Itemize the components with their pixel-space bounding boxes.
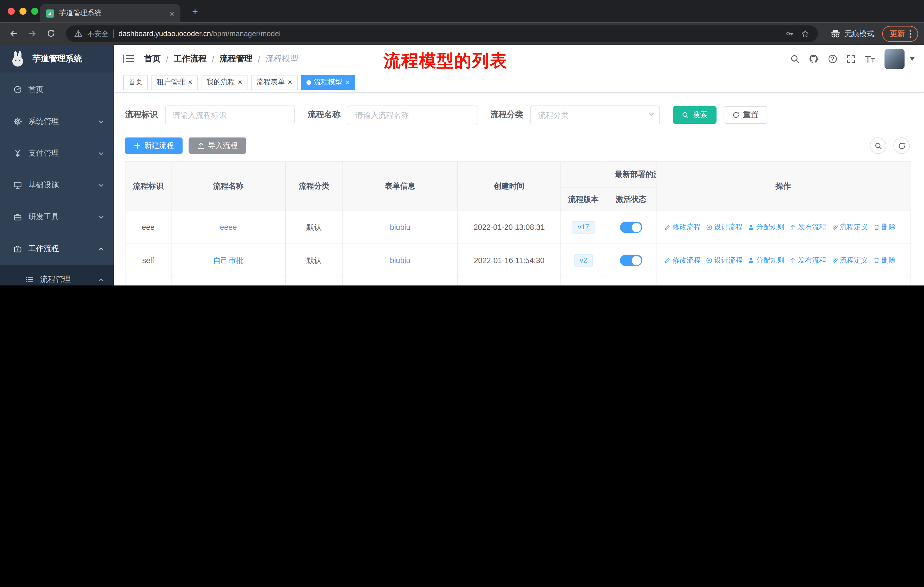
- nav-tag-label: 我的流程: [206, 78, 235, 88]
- page-url: dashboard.yudao.iocoder.cn/bpm/manager/m…: [119, 30, 281, 38]
- address-bar[interactable]: 不安全 dashboard.yudao.iocoder.cn/bpm/manag…: [66, 25, 818, 42]
- process-id-label: 流程标识: [125, 110, 158, 121]
- action-publish-link[interactable]: 发布流程: [790, 222, 826, 232]
- action-definition-link[interactable]: 流程定义: [832, 255, 868, 265]
- create-process-button[interactable]: 新建流程: [125, 137, 183, 154]
- active-toggle[interactable]: [620, 222, 642, 233]
- github-icon[interactable]: [808, 54, 819, 64]
- chevron-down-icon: [98, 118, 104, 125]
- search-icon[interactable]: [790, 54, 800, 63]
- assign-icon: [748, 224, 754, 231]
- col-header-category: 流程分类: [285, 161, 343, 211]
- close-icon[interactable]: ×: [238, 79, 242, 86]
- help-icon[interactable]: [828, 54, 837, 63]
- cell-process-name: 自己审批: [171, 244, 285, 277]
- header-actions: [790, 49, 914, 69]
- window-minimize-button[interactable]: [20, 8, 26, 15]
- form-info-link[interactable]: biubiu: [390, 223, 410, 232]
- breadcrumb-item: 流程模型: [266, 53, 299, 64]
- back-icon[interactable]: [6, 26, 21, 41]
- search-icon: [682, 111, 689, 119]
- process-name-link[interactable]: eeee: [220, 223, 237, 232]
- form-info-link[interactable]: biubiu: [390, 256, 410, 265]
- chevron-up-icon: [98, 276, 104, 283]
- tab-title: 芋道管理系统: [59, 8, 165, 18]
- forward-icon[interactable]: [25, 26, 40, 41]
- category-select[interactable]: [530, 106, 660, 124]
- refresh-icon: [733, 111, 739, 119]
- cell-category: 默认: [285, 244, 343, 277]
- close-icon[interactable]: ×: [188, 79, 193, 86]
- tab-close-icon[interactable]: ×: [170, 8, 175, 18]
- key-icon[interactable]: [785, 30, 794, 38]
- window-zoom-button[interactable]: [31, 8, 38, 15]
- app-logo[interactable]: 芋道管理系统: [0, 45, 114, 73]
- process-name-input[interactable]: [348, 106, 477, 124]
- nav-tag[interactable]: 流程模型×: [301, 74, 355, 90]
- action-assign-link[interactable]: 分配规则: [748, 222, 784, 232]
- sidebar-item-label: 工作流程: [28, 244, 59, 254]
- sidebar-item[interactable]: 系统管理: [0, 106, 114, 137]
- fullscreen-icon[interactable]: [846, 54, 856, 63]
- breadcrumb-item[interactable]: 工作流程: [173, 53, 206, 64]
- close-icon[interactable]: ×: [287, 79, 292, 86]
- col-header-form: 表单信息: [343, 161, 457, 211]
- sidebar-item[interactable]: 流程管理: [0, 265, 114, 286]
- cell-created-time: 2022-01-16 01:30:54: [458, 277, 561, 286]
- process-name-link[interactable]: 自己审批: [213, 256, 244, 265]
- window-close-button[interactable]: [8, 8, 15, 15]
- star-icon[interactable]: [801, 29, 809, 38]
- action-edit-link[interactable]: 修改流程: [664, 255, 701, 265]
- nav-tag-label: 首页: [129, 78, 143, 88]
- cell-form-info: biubiu: [343, 244, 457, 277]
- refresh-table-button[interactable]: [893, 137, 910, 154]
- delete-icon: [873, 224, 880, 231]
- import-process-button[interactable]: 导入流程: [188, 137, 246, 154]
- sidebar-item[interactable]: 基础设施: [0, 169, 114, 201]
- reload-icon[interactable]: [43, 26, 59, 41]
- nav-tag[interactable]: 我的流程×: [201, 74, 248, 90]
- action-publish-link[interactable]: 发布流程: [790, 255, 826, 265]
- cell-created-time: 2022-01-20 13:08:31: [458, 211, 561, 244]
- sidebar-item[interactable]: 首页: [0, 74, 114, 106]
- dashboard-icon: [13, 85, 22, 94]
- yen-icon: [13, 149, 22, 158]
- cell-status: [606, 211, 656, 244]
- sidebar-item-label: 首页: [28, 84, 43, 95]
- nav-tag[interactable]: 首页: [123, 74, 148, 90]
- breadcrumb-item[interactable]: 首页: [144, 53, 161, 64]
- font-size-icon[interactable]: [865, 54, 876, 63]
- nav-tag[interactable]: 流程表单×: [251, 74, 298, 90]
- reset-button[interactable]: 重置: [723, 106, 767, 124]
- menu-dots-icon[interactable]: [909, 29, 912, 38]
- action-assign-link[interactable]: 分配规则: [748, 255, 784, 265]
- browser-tab[interactable]: 芋道管理系统 ×: [40, 4, 180, 22]
- new-tab-button[interactable]: +: [188, 5, 201, 18]
- process-id-input[interactable]: [165, 106, 295, 124]
- close-icon[interactable]: ×: [345, 79, 350, 86]
- category-select-input[interactable]: [530, 106, 660, 124]
- update-button[interactable]: 更新: [882, 25, 918, 41]
- collapse-sidebar-icon[interactable]: [123, 54, 134, 63]
- sidebar-item[interactable]: 支付管理: [0, 137, 114, 169]
- search-button[interactable]: 搜索: [673, 106, 717, 124]
- refresh-icon: [898, 142, 905, 150]
- version-badge: v17: [572, 221, 595, 233]
- cell-category: 默认: [285, 211, 343, 244]
- nav-tag[interactable]: 租户管理×: [152, 74, 198, 90]
- action-design-link[interactable]: 设计流程: [706, 255, 743, 265]
- action-delete-link[interactable]: 删除: [873, 255, 896, 265]
- show-search-button[interactable]: [870, 137, 886, 154]
- breadcrumb-item[interactable]: 流程管理: [219, 53, 252, 64]
- sidebar-item[interactable]: 研发工具: [0, 201, 114, 233]
- sidebar-item[interactable]: 工作流程: [0, 233, 114, 265]
- action-edit-link[interactable]: 修改流程: [664, 222, 701, 232]
- active-toggle[interactable]: [620, 255, 642, 266]
- cell-process-name: eeee: [171, 211, 285, 244]
- user-avatar[interactable]: [884, 49, 904, 69]
- annotation-text: 流程模型的列表: [383, 50, 507, 73]
- action-delete-link[interactable]: 删除: [873, 222, 896, 232]
- action-definition-link[interactable]: 流程定义: [832, 222, 868, 232]
- upload-icon: [197, 142, 205, 149]
- action-design-link[interactable]: 设计流程: [706, 222, 743, 232]
